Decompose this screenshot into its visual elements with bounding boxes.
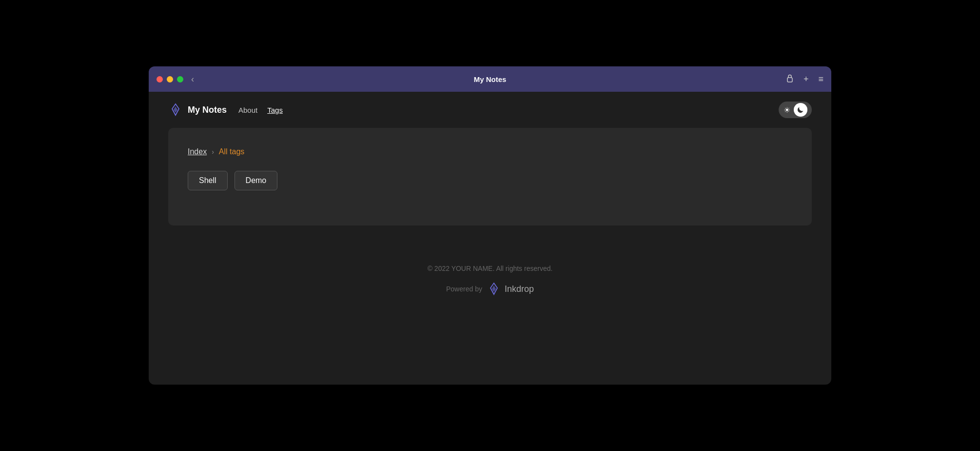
add-button[interactable]: +	[804, 74, 809, 84]
inkdrop-branding[interactable]: Inkdrop	[487, 282, 534, 296]
titlebar-actions: + ≡	[786, 74, 823, 85]
breadcrumb: Index › All tags	[188, 147, 792, 156]
tag-demo[interactable]: Demo	[235, 171, 278, 190]
breadcrumb-index-link[interactable]: Index	[188, 147, 207, 156]
sun-icon: ☀	[780, 103, 794, 117]
inkdrop-footer-logo	[487, 282, 501, 296]
moon-icon	[794, 103, 807, 117]
navbar: My Notes About Tags ☀	[149, 92, 831, 128]
tag-shell[interactable]: Shell	[188, 171, 228, 190]
titlebar: ‹ My Notes + ≡	[149, 66, 831, 92]
theme-toggle[interactable]: ☀	[779, 102, 812, 118]
footer: © 2022 YOUR NAME. All rights reserved. P…	[149, 245, 831, 315]
tags-list: Shell Demo	[188, 171, 792, 190]
footer-copyright: © 2022 YOUR NAME. All rights reserved.	[168, 265, 812, 272]
inkdrop-name: Inkdrop	[505, 284, 534, 294]
app-window: ‹ My Notes + ≡ My Notes About	[149, 66, 831, 385]
navbar-link-tags[interactable]: Tags	[267, 106, 283, 114]
titlebar-title: My Notes	[474, 75, 507, 83]
powered-by-label: Powered by	[446, 285, 482, 293]
content-area: Index › All tags Shell Demo	[149, 128, 831, 245]
main-content: My Notes About Tags ☀ Index › All	[149, 92, 831, 385]
breadcrumb-current-label: All tags	[219, 147, 244, 156]
minimize-button[interactable]	[167, 76, 173, 82]
footer-powered-by: Powered by Inkdrop	[168, 282, 812, 296]
logo-container	[168, 102, 183, 117]
svg-rect-0	[787, 78, 792, 82]
close-button[interactable]	[157, 76, 163, 82]
breadcrumb-chevron-icon: ›	[212, 148, 214, 156]
inkdrop-logo-icon	[168, 102, 183, 117]
traffic-lights	[157, 76, 183, 82]
navbar-brand[interactable]: My Notes	[188, 105, 227, 115]
lock-icon[interactable]	[786, 74, 794, 85]
menu-button[interactable]: ≡	[818, 74, 823, 84]
back-button[interactable]: ‹	[191, 74, 194, 84]
tags-card: Index › All tags Shell Demo	[168, 128, 812, 226]
maximize-button[interactable]	[177, 76, 183, 82]
navbar-link-about[interactable]: About	[238, 106, 257, 114]
